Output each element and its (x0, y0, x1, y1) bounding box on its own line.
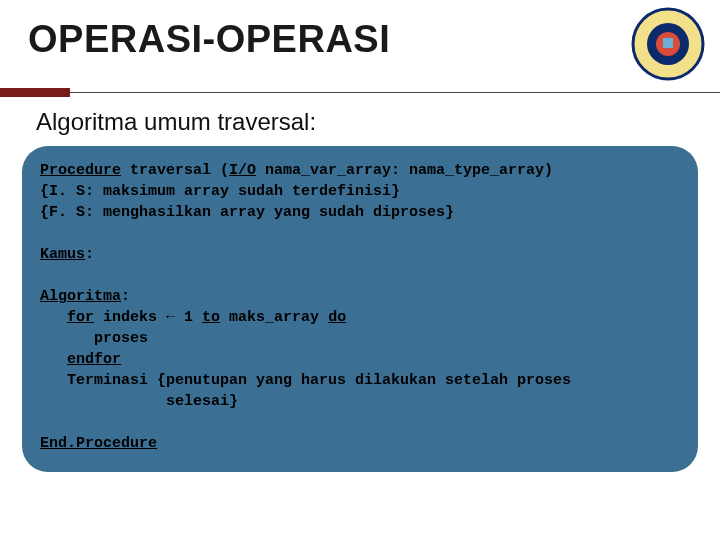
title-separator (0, 88, 720, 97)
university-logo (630, 6, 706, 82)
subtitle: Algoritma umum traversal: (36, 108, 316, 136)
left-arrow-icon: ← (166, 309, 175, 326)
code-block: Procedure traversal (I/O nama_var_array:… (22, 146, 698, 472)
page-title: OPERASI-OPERASI (28, 18, 390, 61)
svg-rect-3 (663, 38, 673, 48)
